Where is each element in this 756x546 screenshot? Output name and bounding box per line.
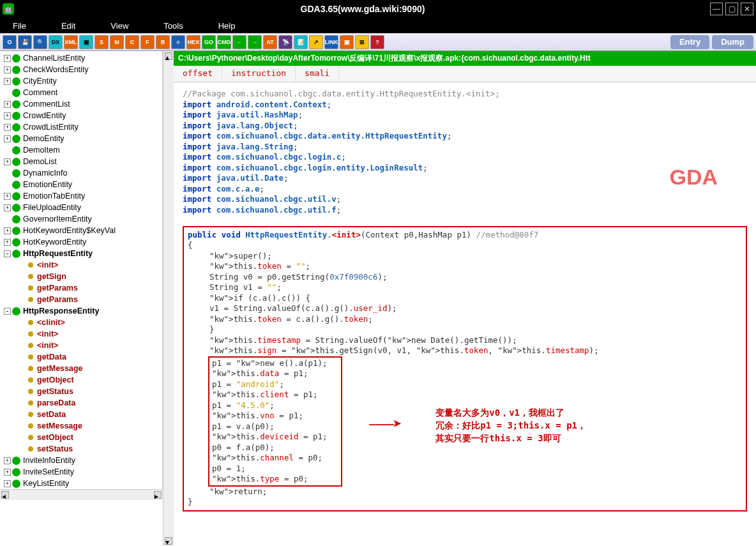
expand-icon[interactable]: + [4,469,11,476]
entry-button[interactable]: Entry [670,35,709,49]
tree-item[interactable]: +CityEntity [1,75,162,87]
s-icon[interactable]: S [94,35,109,49]
scroll-up-icon[interactable]: ▴ [165,52,172,60]
tab-smali[interactable]: smali [296,66,339,82]
tree-item[interactable]: getData [1,351,162,363]
help-icon[interactable]: ? [370,35,384,49]
hex-icon[interactable]: HEX [186,35,200,49]
search-icon[interactable]: 🔍 [33,35,47,49]
tree-item[interactable]: +CrowdListEntity [1,121,162,133]
expand-icon[interactable]: + [4,78,11,85]
tree-item[interactable]: setStatus [1,443,162,455]
tree-item[interactable]: getParams [1,282,162,294]
tree-item[interactable]: -HttpResponseEntity [1,305,162,317]
close-icon[interactable]: ✕ [741,3,753,15]
tree-item[interactable]: +FileUploadEntity [1,202,162,213]
tab-offset[interactable]: offset [174,66,222,82]
v-scrollbar[interactable]: ▴ ▾ [163,51,174,546]
f-icon[interactable]: F [140,35,155,49]
scroll-down-icon[interactable]: ▾ [165,537,172,545]
tree-item[interactable]: getMessage [1,363,162,374]
fwd-icon[interactable]: → [248,35,262,49]
menu-help[interactable]: Help [218,21,236,31]
tree-item[interactable]: EmotionEntity [1,179,162,190]
tree-item[interactable]: +KeyListEntity [1,478,162,489]
tree-item[interactable]: -HttpRequestEntity [1,248,162,259]
tree-item[interactable]: +CrowdEntity [1,110,162,121]
expand-icon[interactable]: + [4,55,11,62]
out-icon[interactable]: ↗ [309,35,323,49]
expand-icon[interactable]: + [4,158,11,165]
dex-icon[interactable]: DX [49,35,63,49]
expand-icon[interactable]: + [4,193,11,200]
maximize-icon[interactable]: ▢ [725,3,738,15]
tree-item[interactable]: +EmotionTabEntity [1,190,162,202]
tree-item[interactable]: setObject [1,432,162,443]
tree-item[interactable]: +InviteSetEntity [1,466,162,478]
tree-item[interactable]: <init> [1,328,162,340]
save-icon[interactable]: 💾 [18,35,32,49]
tree-item[interactable]: +InviteInfoEntity [1,455,162,466]
expand-icon[interactable]: + [4,457,11,464]
tree-item[interactable]: Comment [1,87,162,98]
tab-instruction[interactable]: instruction [222,66,296,82]
expand-icon[interactable]: + [4,66,11,73]
note-icon[interactable]: 📝 [294,35,308,49]
tree-item[interactable]: setMessage [1,420,162,432]
class-tree[interactable]: +ChannelListEntity+CheckWordsEntity+City… [0,51,163,489]
tree-item[interactable]: getSign [1,271,162,282]
minimize-icon[interactable]: — [710,3,723,15]
tree-item[interactable]: +HotKeywordEntity$KeyVal [1,225,162,236]
tree-item[interactable]: DynamicInfo [1,167,162,179]
cmd-icon[interactable]: CMD [217,35,231,49]
dump-button[interactable]: Dump [712,35,753,49]
tree-item[interactable]: parseData [1,397,162,409]
xml-icon[interactable]: XML [64,35,78,49]
screen-icon[interactable]: ▣ [79,35,93,49]
back-icon[interactable]: ← [232,35,246,49]
expand-icon[interactable]: - [4,308,11,315]
tree-item[interactable]: +DemoEntity [1,133,162,144]
tree-item[interactable]: getObject [1,374,162,386]
bars-icon[interactable]: ≡ [171,35,185,49]
c-icon[interactable]: C [125,35,139,49]
tree-item[interactable]: <init> [1,340,162,351]
tree-item[interactable]: getParams [1,294,162,305]
expand-icon[interactable]: + [4,227,11,234]
expand-icon[interactable]: + [4,204,11,211]
grid-icon[interactable]: ⊞ [355,35,369,49]
tree-item[interactable]: <init> [1,259,162,271]
tree-item[interactable]: DemoItem [1,144,162,156]
expand-icon[interactable]: + [4,135,11,142]
expand-icon[interactable]: + [4,239,11,246]
expand-icon[interactable]: + [4,112,11,119]
expand-icon[interactable]: - [4,250,11,257]
refresh-icon[interactable]: O [3,35,17,49]
tree-item[interactable]: +DemoList [1,156,162,167]
m-icon[interactable]: M [110,35,124,49]
menu-tools[interactable]: Tools [163,21,183,31]
antenna-icon[interactable]: 📡 [278,35,292,49]
expand-icon[interactable]: + [4,480,11,487]
at-icon[interactable]: AT [263,35,277,49]
go-icon[interactable]: GO [202,35,216,49]
menu-edit[interactable]: Edit [61,21,75,31]
scroll-right-icon[interactable]: ▸ [154,491,162,499]
tree-item[interactable]: +HotKeywordEntity [1,236,162,248]
tree-item[interactable]: GovernorItemEntity [1,213,162,225]
expand-icon[interactable]: + [4,124,11,131]
tree-item[interactable]: +ChannelListEntity [1,52,162,64]
menu-view[interactable]: View [110,21,128,31]
code-view[interactable]: //Package com.sichuanol.cbgc.data.entity… [174,82,756,546]
link-icon[interactable]: LINK [324,35,338,49]
b-icon[interactable]: B [156,35,170,49]
menu-file[interactable]: File [13,21,26,31]
tree-item[interactable]: setData [1,409,162,420]
tree-item[interactable]: getStatus [1,386,162,397]
tree-item[interactable]: +CheckWordsEntity [1,64,162,75]
expand-icon[interactable]: + [4,101,11,108]
box-icon[interactable]: ▣ [340,35,354,49]
tree-item[interactable]: <clinit> [1,317,162,328]
scroll-left-icon[interactable]: ◂ [1,491,9,499]
tree-item[interactable]: +CommentList [1,98,162,110]
